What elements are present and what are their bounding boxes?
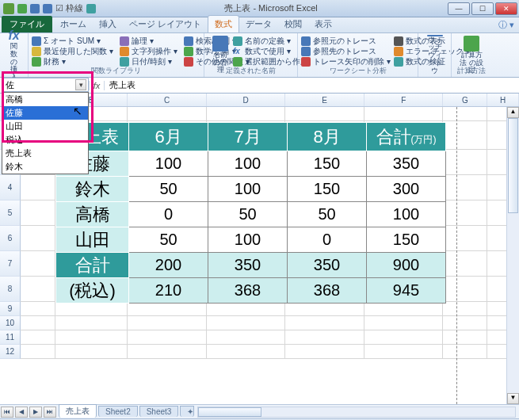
grid-cell[interactable] xyxy=(443,200,487,226)
scroll-thumb[interactable] xyxy=(508,118,518,213)
name-box-option[interactable]: 山田 xyxy=(2,120,88,133)
new-sheet-button[interactable]: ✦ xyxy=(180,406,194,417)
grid-cell[interactable] xyxy=(207,345,286,359)
grid-cell[interactable] xyxy=(443,251,487,277)
grid-cell[interactable] xyxy=(443,150,487,175)
grid-cell[interactable] xyxy=(21,175,55,200)
grid-cell[interactable] xyxy=(364,107,444,121)
horizontal-scrollbar[interactable] xyxy=(197,407,516,418)
qa-extra-icon[interactable] xyxy=(86,4,96,13)
row-header[interactable]: 7 xyxy=(0,251,21,277)
vertical-scrollbar[interactable]: ▲ ▼ xyxy=(506,107,519,404)
cell[interactable]: 100 xyxy=(367,202,446,227)
col-header[interactable]: C xyxy=(128,94,207,106)
help-icon[interactable]: ⓘ ▾ xyxy=(494,17,519,32)
grid-cell[interactable] xyxy=(21,345,55,359)
cell[interactable]: 368 xyxy=(208,278,288,304)
qa-redo-icon[interactable] xyxy=(43,4,52,13)
name-box-option[interactable]: 売上表 xyxy=(2,147,88,160)
trace-dependents-button[interactable]: 参照先のトレース xyxy=(301,46,391,56)
recent-functions-button[interactable]: 最近使用した関数 ▾ xyxy=(32,46,113,56)
use-in-formula-button[interactable]: fx数式で使用 ▾ xyxy=(233,46,308,56)
name-box-dropdown-arrow[interactable]: ▾ xyxy=(75,79,86,90)
cell[interactable]: 50 xyxy=(288,202,367,227)
cell[interactable]: 100 xyxy=(208,227,288,253)
grid-cell[interactable] xyxy=(285,302,364,316)
name-box-dropdown[interactable]: 高橋佐藤山田税込売上表鈴木 xyxy=(2,92,89,174)
cell[interactable]: 100 xyxy=(208,177,288,202)
name-box[interactable]: 佐 ▾ xyxy=(2,78,89,92)
scroll-thumb[interactable] xyxy=(198,407,261,417)
col-header[interactable]: E xyxy=(285,94,364,106)
cell[interactable]: 100 xyxy=(129,151,208,177)
cell[interactable]: 368 xyxy=(288,278,367,304)
cell[interactable]: 300 xyxy=(367,177,446,202)
grid-cell[interactable] xyxy=(207,107,286,121)
grid-cell[interactable] xyxy=(207,330,286,345)
maximize-button[interactable]: ☐ xyxy=(471,2,494,15)
grid-cell[interactable] xyxy=(443,226,487,251)
sheet-tab[interactable]: Sheet2 xyxy=(98,406,138,417)
cell[interactable]: 100 xyxy=(208,151,288,177)
grid-cell[interactable] xyxy=(21,277,55,302)
cell[interactable]: 200 xyxy=(129,253,208,278)
cell[interactable]: 350 xyxy=(288,253,367,278)
grid-cell[interactable] xyxy=(443,330,487,345)
col-header[interactable]: F xyxy=(364,94,444,106)
cell[interactable]: 50 xyxy=(129,177,208,202)
cell[interactable]: 0 xyxy=(129,202,208,227)
grid-cell[interactable] xyxy=(364,345,444,359)
name-box-option[interactable]: 鈴木 xyxy=(2,160,88,174)
scroll-up-button[interactable]: ▲ xyxy=(507,107,519,118)
tab-nav-prev[interactable]: ◀ xyxy=(15,407,28,418)
grid-cell[interactable] xyxy=(364,316,444,330)
row-header[interactable]: 11 xyxy=(0,330,21,345)
scroll-down-button[interactable]: ▼ xyxy=(507,393,519,404)
grid-cell[interactable] xyxy=(128,345,207,359)
col-header[interactable]: G xyxy=(443,94,487,106)
grid-cell[interactable] xyxy=(364,302,444,316)
cell[interactable]: 350 xyxy=(208,253,288,278)
grid-cell[interactable] xyxy=(443,107,487,121)
grid-cell[interactable] xyxy=(128,330,207,345)
name-box-option[interactable]: 高橋 xyxy=(2,93,88,106)
cell[interactable]: 150 xyxy=(367,227,446,253)
logical-button[interactable]: 論理 ▾ xyxy=(120,36,177,46)
cell[interactable]: 50 xyxy=(129,227,208,253)
row-header[interactable]: 8 xyxy=(0,277,21,302)
tab-page-layout[interactable]: ページ レイアウト xyxy=(123,16,208,32)
grid-cell[interactable] xyxy=(443,121,487,150)
text-button[interactable]: 文字列操作 ▾ xyxy=(120,46,177,56)
watch-window-button[interactable]: ウォッチ ウィンドウ xyxy=(422,35,448,75)
grid-cell[interactable] xyxy=(21,330,55,345)
close-button[interactable]: ✕ xyxy=(495,2,517,15)
tab-home[interactable]: ホーム xyxy=(54,16,93,32)
grid-cell[interactable] xyxy=(207,316,286,330)
tab-formulas[interactable]: 数式 xyxy=(208,15,239,32)
sheet-tab-active[interactable]: 売上表 xyxy=(59,404,97,418)
qa-save-icon[interactable] xyxy=(17,4,27,13)
trace-precedents-button[interactable]: 参照元のトレース xyxy=(301,36,391,46)
grid-cell[interactable] xyxy=(21,251,55,277)
grid-cell[interactable] xyxy=(443,277,487,302)
grid-cell[interactable] xyxy=(443,175,487,200)
row-header[interactable]: 12 xyxy=(0,345,21,359)
row-header[interactable]: 5 xyxy=(0,200,21,226)
col-header[interactable]: H xyxy=(487,94,519,106)
fx-button[interactable]: fx xyxy=(89,81,105,90)
qa-gridlines-toggle[interactable]: ☑ 枠線 xyxy=(55,2,83,14)
qa-undo-icon[interactable] xyxy=(30,4,40,13)
cell[interactable]: 945 xyxy=(367,278,446,304)
grid-cell[interactable] xyxy=(21,316,55,330)
grid-cell[interactable] xyxy=(21,302,55,316)
cell[interactable]: 0 xyxy=(288,227,367,253)
grid-cell[interactable] xyxy=(443,345,487,359)
tab-nav-first[interactable]: ⏮ xyxy=(1,407,13,418)
insert-function-button[interactable]: fx 関数の 挿入 xyxy=(3,35,25,75)
autosum-button[interactable]: Σ オート SUM ▾ xyxy=(32,36,113,46)
grid-cell[interactable] xyxy=(21,200,55,226)
tab-view[interactable]: 表示 xyxy=(308,16,338,32)
row-header[interactable]: 6 xyxy=(0,226,21,251)
define-name-button[interactable]: 名前の定義 ▾ xyxy=(233,36,308,46)
grid-cell[interactable] xyxy=(364,330,444,345)
